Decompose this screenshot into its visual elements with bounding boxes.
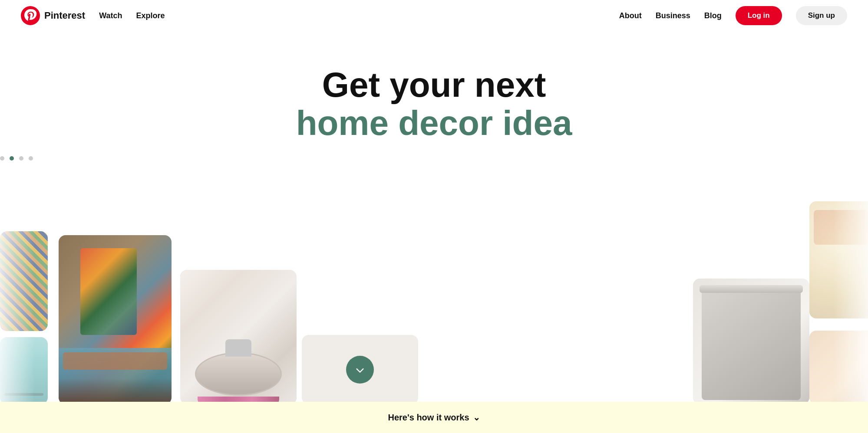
nav-watch[interactable]: Watch [99,11,122,20]
nav-business[interactable]: Business [656,11,690,20]
images-scene [0,218,868,404]
center-card [302,335,418,404]
image-col-5 [693,279,809,404]
nav-blog[interactable]: Blog [704,11,722,20]
how-it-works-link[interactable]: Here's how it works ⌄ [388,412,480,423]
nav-explore[interactable]: Explore [136,11,165,20]
dot-3[interactable] [19,156,23,161]
site-header: Pinterest Watch Explore About Business B… [0,0,868,31]
scroll-down-button[interactable] [346,356,374,384]
login-button[interactable]: Log in [736,6,782,25]
hero-content: Get your next home decor idea [0,66,868,187]
signup-button[interactable]: Sign up [796,6,847,25]
tile-image [0,231,48,331]
chevron-down-icon [354,364,366,376]
dot-1[interactable] [0,156,4,161]
food-image-top [809,201,868,318]
image-col-3 [180,270,297,404]
hero-title-line2: home decor idea [0,104,868,142]
image-col-2 [59,235,174,404]
chevron-down-icon: ⌄ [473,412,480,423]
pinterest-logo-icon [21,6,40,25]
hero-section: Get your next home decor idea [0,31,868,404]
header-right: About Business Blog Log in Sign up [619,6,847,25]
dot-2[interactable] [10,156,14,161]
bedroom-image [59,235,172,404]
bathroom-image [180,270,297,404]
shelf-image [0,337,48,404]
food-image-bottom [809,331,868,404]
footer-bar: Here's how it works ⌄ [0,402,868,433]
image-col-4 [302,335,418,404]
logo-link[interactable]: Pinterest [21,6,85,25]
carousel-dots [0,156,868,161]
dot-4[interactable] [29,156,33,161]
box-image [693,279,809,404]
image-col-1 [0,231,52,404]
how-it-works-text: Here's how it works [388,413,469,423]
logo-text: Pinterest [44,10,85,21]
image-col-6 [809,201,868,404]
hero-title-line1: Get your next [0,66,868,104]
header-left: Pinterest Watch Explore [21,6,165,25]
nav-about[interactable]: About [619,11,642,20]
